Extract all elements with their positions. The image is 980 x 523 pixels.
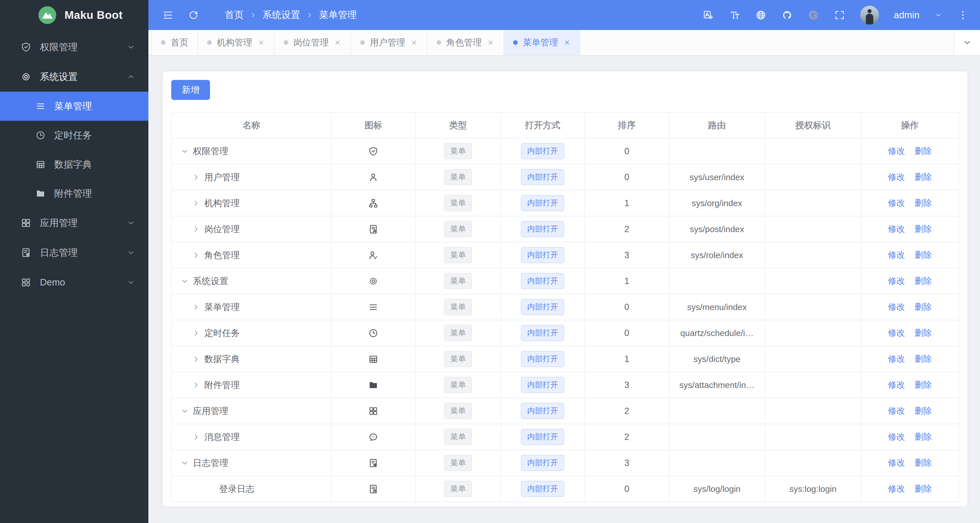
- open-mode-badge: 内部打开: [521, 273, 564, 289]
- edit-link[interactable]: 修改: [888, 483, 905, 495]
- edit-link[interactable]: 修改: [888, 431, 905, 443]
- edit-link[interactable]: 修改: [888, 405, 905, 417]
- edit-link[interactable]: 修改: [888, 171, 905, 183]
- close-icon[interactable]: [410, 39, 418, 46]
- chevron-right-icon[interactable]: [192, 381, 200, 389]
- edit-link[interactable]: 修改: [888, 301, 905, 313]
- edit-link[interactable]: 修改: [888, 275, 905, 287]
- delete-link[interactable]: 删除: [915, 197, 932, 209]
- chevron-right-icon[interactable]: [192, 199, 200, 207]
- refresh-icon[interactable]: [188, 10, 199, 21]
- perm-cell: [765, 190, 861, 216]
- open-mode-cell: 内部打开: [501, 242, 585, 268]
- chevron-right-icon[interactable]: [192, 225, 200, 234]
- edit-link[interactable]: 修改: [888, 457, 905, 469]
- chevron-down-icon[interactable]: [934, 11, 942, 19]
- gitee-icon[interactable]: [808, 10, 819, 21]
- perm-cell: [765, 346, 861, 372]
- delete-link[interactable]: 删除: [915, 275, 932, 287]
- delete-link[interactable]: 删除: [915, 379, 932, 391]
- delete-link[interactable]: 删除: [915, 171, 932, 183]
- sort-value: 2: [624, 432, 629, 442]
- tab-角色管理[interactable]: 角色管理: [428, 30, 504, 55]
- edit-link[interactable]: 修改: [888, 223, 905, 235]
- chevron-down-icon: [127, 278, 135, 287]
- close-icon[interactable]: [334, 39, 341, 46]
- type-badge: 菜单: [444, 481, 472, 497]
- kebab-menu-icon[interactable]: [957, 10, 969, 21]
- tab-菜单管理[interactable]: 菜单管理: [504, 30, 581, 55]
- open-mode-badge: 内部打开: [521, 429, 564, 445]
- tab-岗位管理[interactable]: 岗位管理: [275, 30, 351, 55]
- chevron-right-icon[interactable]: [192, 433, 200, 442]
- tab-首页[interactable]: 首页: [151, 30, 198, 55]
- delete-link[interactable]: 删除: [915, 223, 932, 235]
- delete-link[interactable]: 删除: [915, 301, 932, 313]
- delete-link[interactable]: 删除: [915, 145, 932, 157]
- chevron-down-icon[interactable]: [180, 147, 189, 156]
- fullscreen-icon[interactable]: [834, 10, 845, 21]
- globe-icon[interactable]: [755, 10, 767, 21]
- edit-link[interactable]: 修改: [888, 379, 905, 391]
- chevron-right-icon[interactable]: [192, 329, 200, 337]
- delete-link[interactable]: 删除: [915, 457, 932, 469]
- tab-dot: [161, 40, 165, 45]
- delete-link[interactable]: 删除: [915, 327, 932, 339]
- menu-fold-icon[interactable]: [162, 10, 173, 21]
- sidebar-item-Demo[interactable]: Demo: [0, 268, 148, 297]
- github-icon[interactable]: [781, 10, 793, 21]
- tab-list-dropdown[interactable]: [954, 30, 980, 55]
- name-cell: 定时任务: [172, 320, 331, 346]
- type-badge: 菜单: [444, 299, 472, 315]
- close-icon[interactable]: [487, 39, 494, 46]
- close-icon[interactable]: [563, 39, 571, 46]
- breadcrumb-item[interactable]: 首页: [225, 8, 244, 21]
- chevron-right-icon[interactable]: [192, 173, 200, 182]
- add-button[interactable]: 新增: [171, 80, 210, 100]
- app-logo[interactable]: Maku Boot: [0, 0, 148, 30]
- username[interactable]: admin: [894, 10, 920, 21]
- edit-link[interactable]: 修改: [888, 145, 905, 157]
- sidebar-item-label: 权限管理: [40, 41, 127, 54]
- table-row: 权限管理菜单内部打开0修改删除: [172, 138, 959, 164]
- edit-link[interactable]: 修改: [888, 249, 905, 261]
- translate-icon[interactable]: [703, 10, 714, 21]
- route-value: sys/post/index: [669, 225, 765, 234]
- name-cell: 机构管理: [172, 190, 331, 216]
- avatar[interactable]: [860, 6, 879, 24]
- name-cell: 系统设置: [172, 268, 331, 294]
- chevron-down-icon[interactable]: [180, 277, 189, 285]
- chevron-down-icon[interactable]: [180, 459, 189, 467]
- sidebar-item-系统设置[interactable]: 系统设置: [0, 62, 148, 92]
- edit-link[interactable]: 修改: [888, 197, 905, 209]
- edit-link[interactable]: 修改: [888, 353, 905, 365]
- close-icon[interactable]: [258, 39, 265, 46]
- open-mode-cell: 内部打开: [501, 268, 585, 294]
- sidebar-subitem-数据字典[interactable]: 数据字典: [0, 150, 148, 179]
- breadcrumb-item[interactable]: 系统设置: [262, 8, 300, 21]
- delete-link[interactable]: 删除: [915, 431, 932, 443]
- tab-机构管理[interactable]: 机构管理: [198, 30, 275, 55]
- sidebar-subitem-附件管理[interactable]: 附件管理: [0, 179, 148, 208]
- tab-用户管理[interactable]: 用户管理: [351, 30, 428, 55]
- chevron-right-icon[interactable]: [192, 251, 200, 260]
- sidebar-item-日志管理[interactable]: 日志管理: [0, 238, 148, 268]
- sidebar-subitem-菜单管理[interactable]: 菜单管理: [0, 92, 148, 121]
- delete-link[interactable]: 删除: [915, 483, 932, 495]
- open-mode-cell: 内部打开: [501, 450, 585, 476]
- sidebar-item-应用管理[interactable]: 应用管理: [0, 208, 148, 238]
- sort-value: 3: [624, 380, 629, 390]
- edit-link[interactable]: 修改: [888, 327, 905, 339]
- chevron-down-icon[interactable]: [180, 407, 189, 415]
- sidebar-subitem-定时任务[interactable]: 定时任务: [0, 121, 148, 150]
- delete-link[interactable]: 删除: [915, 353, 932, 365]
- sidebar-item-权限管理[interactable]: 权限管理: [0, 32, 148, 62]
- font-size-icon[interactable]: [729, 10, 740, 21]
- breadcrumb-item[interactable]: 菜单管理: [319, 8, 357, 21]
- chevron-right-icon[interactable]: [192, 355, 200, 364]
- route-value: sys/log/login: [669, 484, 765, 494]
- name-cell: 菜单管理: [172, 294, 331, 320]
- chevron-right-icon[interactable]: [192, 303, 200, 311]
- delete-link[interactable]: 删除: [915, 249, 932, 261]
- delete-link[interactable]: 删除: [915, 405, 932, 417]
